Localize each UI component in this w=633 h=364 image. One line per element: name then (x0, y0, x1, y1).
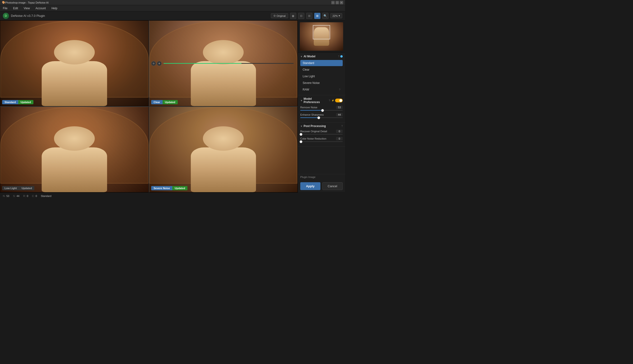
status-c: C: 0 (32, 194, 37, 198)
post-processing-section: ▼ Post Processing ? Recover Original Det… (298, 122, 345, 146)
right-panel: ▼ AI Model ? Standard Clear Low Light Se… (298, 20, 345, 192)
recover-detail-fill (300, 134, 301, 134)
model-option-clear[interactable]: Clear (300, 66, 343, 73)
status-model: Standard (41, 194, 52, 198)
color-noise-track[interactable] (300, 141, 343, 142)
status-s-value: 44 (16, 194, 20, 198)
enhance-sharpness-label: Enhance Sharpness (300, 113, 324, 116)
remove-noise-label: Remove Noise (300, 106, 317, 109)
quad-top-right-model: Clear (151, 100, 162, 104)
model-option-lowlight[interactable]: Low Light (300, 73, 343, 80)
status-bar: N: 53 S: 44 R: 0 C: 0 Standard (0, 192, 345, 199)
ai-model-title: AI Model (304, 55, 337, 58)
model-standard-label: Standard (303, 62, 314, 65)
status-r-value: 0 (27, 194, 28, 198)
remove-noise-value: 53 (336, 106, 343, 109)
menu-help[interactable]: Help (50, 6, 58, 10)
model-prefs-help[interactable]: ? (329, 99, 330, 102)
divider-minus-button[interactable]: ⊖ (151, 61, 156, 66)
color-noise-value: 0 (336, 137, 343, 140)
zoom-display: 22% ▾ (330, 13, 342, 18)
lightning-icon: ⚡ (332, 99, 334, 102)
status-s: S: 44 (13, 194, 20, 198)
quad-bottom-left[interactable]: Low Light Updated (0, 106, 149, 192)
quad-top-right-updated: Updated (162, 100, 178, 104)
minimize-button[interactable]: ─ (331, 1, 335, 4)
quad-bottom-left-model: Low Light (2, 186, 19, 190)
quad-top-left[interactable]: Standard Updated (0, 20, 149, 106)
menu-account[interactable]: Account (34, 6, 47, 10)
model-option-severe[interactable]: Severe Noise (300, 80, 343, 86)
model-prefs-toggle[interactable] (335, 98, 343, 102)
quad-top-left-updated: Updated (18, 100, 34, 104)
status-r-label: R: (23, 194, 26, 198)
quad-top-left-model: Standard (2, 100, 18, 104)
quad-bottom-right[interactable]: Severe Noise Updated (149, 106, 298, 192)
enhance-sharpness-track[interactable] (300, 117, 343, 118)
color-noise-slider-row: Color Noise Reduction 0 (300, 137, 343, 142)
enhance-sharpness-value: 44 (336, 113, 343, 116)
quad-top-left-label: Standard Updated (2, 100, 34, 104)
view-quad-button[interactable]: ⊠ (314, 13, 320, 19)
quad-bottom-left-label: Low Light Updated (2, 186, 34, 190)
menu-edit[interactable]: Edit (12, 6, 19, 10)
bottom-buttons: Apply Cancel (298, 180, 345, 192)
model-clear-label: Clear (303, 68, 310, 71)
original-icon: ⊙ (274, 14, 276, 17)
remove-noise-track[interactable] (300, 110, 343, 111)
ai-model-help[interactable]: ? (338, 55, 339, 58)
model-prefs-section: ▼ Model Preferences ? ⚡ Remove Noise 53 (298, 95, 345, 122)
view-dual-h-button[interactable]: ⊞ (306, 13, 312, 19)
view-dual-v-button[interactable]: ⊟ (298, 13, 304, 19)
cancel-button[interactable]: Cancel (322, 182, 343, 190)
enhance-sharpness-slider-row: Enhance Sharpness 44 (300, 113, 343, 118)
quad-bottom-right-label: Severe Noise Updated (151, 186, 188, 190)
quad-bottom-right-model: Severe Noise (151, 186, 172, 190)
model-prefs-header[interactable]: ▼ Model Preferences ? ⚡ (300, 97, 343, 104)
divider-plus-button[interactable]: ⊕ (157, 61, 162, 66)
recover-detail-slider-row: Recover Original Detail 0 (300, 130, 343, 134)
maximize-button[interactable]: □ (336, 1, 339, 4)
status-n-label: N: (3, 194, 6, 198)
original-label: Original (276, 14, 286, 17)
original-button[interactable]: ⊙ Original (271, 13, 288, 18)
recover-detail-track[interactable] (300, 134, 343, 134)
title-bar: 🎨 Photoshop-image - Topaz DeNoise AI ─ □… (0, 0, 345, 5)
app-logo: D (3, 13, 9, 19)
thumbnail-area (298, 20, 345, 53)
canvas-area[interactable]: Standard Updated ⊖ (0, 20, 298, 192)
post-processing-header[interactable]: ▼ Post Processing ? (300, 124, 343, 128)
remove-noise-fill (300, 110, 323, 111)
enhance-sharpness-fill (300, 117, 319, 118)
ai-model-header[interactable]: ▼ AI Model ? (300, 55, 343, 58)
status-n: N: 53 (3, 194, 9, 198)
post-processing-title: Post Processing (304, 124, 340, 128)
menu-file[interactable]: File (2, 6, 8, 10)
view-single-button[interactable]: ▣ (290, 13, 296, 19)
status-model-value: Standard (41, 194, 52, 198)
status-c-label: C: (32, 194, 34, 198)
zoom-icon: 🔍 (322, 13, 328, 19)
quad-grid: Standard Updated ⊖ (0, 20, 298, 192)
ai-model-toggle[interactable] (340, 55, 343, 58)
main-content: Standard Updated ⊖ (0, 20, 345, 192)
model-option-standard[interactable]: Standard (300, 60, 343, 66)
thumbnail-highlight (313, 25, 330, 39)
plugin-image-label: Plugin Image (300, 176, 316, 178)
recover-detail-label: Recover Original Detail (300, 130, 327, 133)
close-button[interactable]: ✕ (340, 1, 343, 4)
menu-view[interactable]: View (23, 6, 31, 10)
recover-detail-value: 0 (336, 130, 343, 133)
post-processing-help[interactable]: ? (341, 125, 343, 128)
apply-button[interactable]: Apply (300, 182, 320, 190)
title-bar-icon: 🎨 (2, 1, 5, 4)
panel-spacer (298, 146, 345, 174)
model-option-raw[interactable]: RAW ? (300, 86, 343, 93)
post-processing-arrow: ▼ (300, 125, 303, 128)
header-right: ⊙ Original ▣ ⊟ ⊞ ⊠ 🔍 22% ▾ (271, 13, 342, 19)
status-n-value: 53 (6, 194, 9, 198)
quad-top-right-label: Clear Updated (151, 100, 178, 104)
model-severe-label: Severe Noise (303, 81, 320, 84)
title-bar-text: Photoshop-image - Topaz DeNoise AI (5, 1, 48, 4)
quad-top-right[interactable]: ⊖ ⊕ Clear Updated (149, 20, 298, 106)
